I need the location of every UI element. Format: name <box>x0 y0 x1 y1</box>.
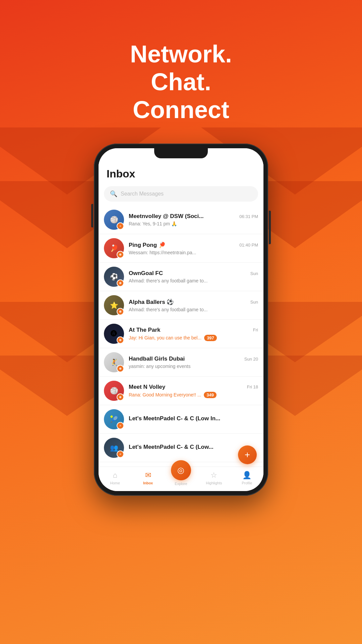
message-top: Let's MeetnPadel C- & C (Low... <box>129 444 258 450</box>
message-content: Meet N Volley Fri 18 Rana: Good Morning … <box>129 384 258 398</box>
message-item-4[interactable]: ⭐ ⊕ Alpha Ballers ⚽ Sun Ahmad: there's a… <box>99 291 263 320</box>
message-item-1[interactable]: 🏐 ≡ Meetnvolley @ DSW (Soci... 06:31 PM … <box>99 206 263 234</box>
phone-screen: Inbox 🔍 Search Messages 🏐 ≡ Meetnvolley … <box>99 148 263 491</box>
message-preview: yasmin: any upcoming events <box>129 364 190 369</box>
message-item-8[interactable]: 🎾 ≡ Let's MeetnPadel C- & C (Low In... <box>99 405 263 434</box>
bottom-nav: ⌂ Home ✉ Inbox ◎ Explore ☆ Highlights <box>99 467 263 491</box>
avatar-container: ⚽ ⊕ <box>104 267 124 287</box>
home-icon: ⌂ <box>113 471 117 480</box>
avatar-badge: ⊕ <box>117 279 124 287</box>
hero-title: Network. Chat. Connect <box>130 40 232 123</box>
explore-button[interactable]: ◎ <box>171 460 191 480</box>
message-top: Meetnvolley @ DSW (Soci... 06:31 PM <box>129 213 258 220</box>
message-name: Alpha Ballers ⚽ <box>129 299 174 306</box>
message-content: Let's MeetnPadel C- & C (Low In... <box>129 415 258 423</box>
nav-item-highlights[interactable]: ☆ Highlights <box>202 471 226 485</box>
message-content: OwnGoal FC Sun Ahmad: there's any footba… <box>129 270 258 283</box>
search-bar[interactable]: 🔍 Search Messages <box>104 186 258 202</box>
phone-frame: Inbox 🔍 Search Messages 🏐 ≡ Meetnvolley … <box>94 144 268 496</box>
message-top: Handball Girls Dubai Sun 20 <box>129 356 258 362</box>
message-top: Ping Pong 🏓 01:40 PM <box>129 241 258 249</box>
message-content: Meetnvolley @ DSW (Soci... 06:31 PM Rana… <box>129 213 258 226</box>
message-time: Sun 20 <box>244 357 258 362</box>
message-name: OwnGoal FC <box>129 270 163 277</box>
nav-label-highlights: Highlights <box>206 481 222 485</box>
message-content: At The Park Fri Jay: Hi Gian, you can us… <box>129 327 258 341</box>
message-item-3[interactable]: ⚽ ⊕ OwnGoal FC Sun Ahmad: there's any fo… <box>99 263 263 291</box>
message-item-6[interactable]: 🤾 ⊕ Handball Girls Dubai Sun 20 yasmin: … <box>99 348 263 377</box>
avatar-container: 🤾 ⊕ <box>104 352 124 372</box>
avatar-badge: ⊕ <box>117 365 124 372</box>
message-name: Let's MeetnPadel C- & C (Low... <box>129 444 214 450</box>
message-time: 06:31 PM <box>239 214 258 219</box>
message-preview: Rana: Yes, 9-11 pm 🙏 <box>129 221 177 226</box>
message-time: Sun <box>250 271 258 276</box>
avatar-badge: ≡ <box>117 450 124 458</box>
search-input[interactable]: Search Messages <box>121 191 164 197</box>
message-name: Ping Pong 🏓 <box>129 241 166 249</box>
avatar-badge: ⊕ <box>117 393 124 401</box>
message-top: Meet N Volley Fri 18 <box>129 384 258 390</box>
search-icon: 🔍 <box>110 190 117 198</box>
unread-badge: 397 <box>204 335 217 341</box>
nav-item-inbox[interactable]: ✉ Inbox <box>136 471 160 485</box>
message-preview: Jay: Hi Gian, you can use the bel... <box>129 335 201 340</box>
message-preview: Ahmad: there's any football game to... <box>129 307 207 312</box>
nav-item-explore[interactable]: ◎ Explore <box>169 470 193 486</box>
message-top: Let's MeetnPadel C- & C (Low In... <box>129 415 258 422</box>
phone-notch <box>154 148 208 158</box>
message-time: Fri 18 <box>247 384 258 389</box>
message-top: At The Park Fri <box>129 327 258 333</box>
unread-badge: 349 <box>204 392 217 398</box>
message-time: 01:40 PM <box>239 243 258 248</box>
compose-button[interactable]: + <box>238 445 257 464</box>
message-preview: Rana: Good Morning Everyone!! ... <box>129 392 201 397</box>
avatar-container: 👥 ≡ <box>104 438 124 458</box>
message-top: OwnGoal FC Sun <box>129 270 258 277</box>
avatar-badge: ≡ <box>117 222 124 230</box>
message-name: Handball Girls Dubai <box>129 356 185 362</box>
avatar-container: ⭐ ⊕ <box>104 295 124 315</box>
plus-icon: + <box>245 449 250 460</box>
avatar-container: 🏐 ⊕ <box>104 381 124 401</box>
message-content: Ping Pong 🏓 01:40 PM Wessam: https://mee… <box>129 241 258 255</box>
message-name: Let's MeetnPadel C- & C (Low In... <box>129 415 220 422</box>
avatar-badge: ⊕ <box>117 251 124 258</box>
message-name: At The Park <box>129 327 160 333</box>
avatar-container: 🅐 ⊕ <box>104 324 124 344</box>
message-top: Alpha Ballers ⚽ Sun <box>129 299 258 306</box>
inbox-icon: ✉ <box>145 471 151 480</box>
inbox-title: Inbox <box>107 168 255 180</box>
explore-icon: ◎ <box>177 466 184 475</box>
message-item-5[interactable]: 🅐 ⊕ At The Park Fri Jay: Hi Gian, you ca… <box>99 320 263 348</box>
message-preview: Wessam: https://meetntrain.pa... <box>129 250 196 255</box>
avatar-badge: ⊕ <box>117 308 124 315</box>
message-name: Meetnvolley @ DSW (Soci... <box>129 213 203 220</box>
message-preview: Ahmad: there's any football game to... <box>129 278 207 283</box>
message-item-7[interactable]: 🏐 ⊕ Meet N Volley Fri 18 Rana: Good Morn… <box>99 377 263 405</box>
nav-item-profile[interactable]: 👤 Profile <box>235 471 259 485</box>
message-name: Meet N Volley <box>129 384 165 390</box>
nav-label-inbox: Inbox <box>143 481 153 485</box>
profile-icon: 👤 <box>242 471 251 480</box>
message-item-2[interactable]: 🏓 ⊕ Ping Pong 🏓 01:40 PM Wessam: https:/… <box>99 234 263 263</box>
avatar-badge: ⊕ <box>117 336 124 344</box>
avatar-badge: ≡ <box>117 422 124 429</box>
highlights-icon: ☆ <box>210 471 217 480</box>
nav-label-home: Home <box>110 481 120 485</box>
inbox-header: Inbox <box>99 162 263 183</box>
nav-label-profile: Profile <box>242 481 252 485</box>
avatar-container: 🎾 ≡ <box>104 409 124 429</box>
message-time: Fri <box>253 327 258 332</box>
message-content: Handball Girls Dubai Sun 20 yasmin: any … <box>129 356 258 369</box>
screen-content: Inbox 🔍 Search Messages 🏐 ≡ Meetnvolley … <box>99 148 263 467</box>
nav-item-home[interactable]: ⌂ Home <box>103 471 127 485</box>
message-time: Sun <box>250 300 258 305</box>
nav-label-explore: Explore <box>175 482 187 486</box>
avatar-container: 🏓 ⊕ <box>104 238 124 258</box>
avatar-container: 🏐 ≡ <box>104 210 124 230</box>
phone-mockup: Inbox 🔍 Search Messages 🏐 ≡ Meetnvolley … <box>94 144 268 496</box>
messages-list: 🏐 ≡ Meetnvolley @ DSW (Soci... 06:31 PM … <box>99 206 263 467</box>
message-content: Alpha Ballers ⚽ Sun Ahmad: there's any f… <box>129 299 258 312</box>
